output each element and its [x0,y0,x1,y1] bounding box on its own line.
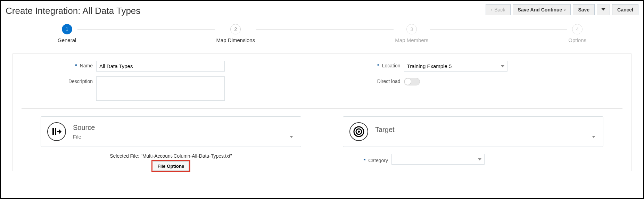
bullseye-icon [353,126,365,138]
required-icon: * [377,63,379,68]
selected-file-text: Selected File: "Multi-Account-Column-All… [41,153,301,159]
name-input[interactable] [96,61,225,72]
back-label: Back [494,7,505,13]
category-label-text: Category [368,158,388,163]
caret-down-icon [601,7,605,11]
step-circle: 3 [406,24,417,34]
chevron-right-icon: › [564,7,565,12]
svg-marker-0 [601,8,605,10]
category-dropdown-button[interactable] [475,154,485,165]
step-line [430,29,567,30]
name-label-text: Name [80,63,93,68]
panels-row: Source File Target [13,116,631,147]
step-circle: 4 [572,24,583,34]
location-field: * Location [331,61,618,72]
cancel-button[interactable]: Cancel [612,4,638,15]
source-below: Selected File: "Multi-Account-Column-All… [41,150,301,171]
caret-down-icon [592,136,595,138]
target-body: Target [375,126,597,138]
category-combo [391,154,485,165]
source-body: Source File [73,124,295,140]
source-panel: Source File [41,116,301,147]
form-col-right: * Location Direct load [331,61,618,101]
direct-load-label: Direct load [331,76,401,84]
location-dropdown-button[interactable] [498,61,507,72]
back-button[interactable]: ‹ Back [486,4,510,15]
source-value: File [73,134,81,140]
name-field: * Name [23,61,310,72]
svg-rect-3 [55,128,56,135]
svg-rect-2 [52,128,54,135]
stepper: 1 General 2 Map Dimensions 3 Map Members… [6,24,638,43]
location-combo [404,61,507,72]
save-and-continue-button[interactable]: Save And Continue › [513,4,571,15]
svg-marker-1 [501,65,504,67]
step-map-members: 3 Map Members [395,24,428,43]
category-input[interactable] [391,154,475,165]
selected-file-prefix: Selected File: [110,153,141,159]
step-label: Map Members [395,37,428,43]
target-panel: Target [343,116,603,147]
chevron-left-icon: ‹ [491,7,492,12]
target-select[interactable] [375,136,597,138]
toggle-knob [404,78,411,85]
category-label: * Category [343,156,388,163]
required-icon: * [364,158,365,163]
step-general[interactable]: 1 General [58,24,76,43]
save-dropdown-button[interactable] [597,5,610,15]
below-panels: Selected File: "Multi-Account-Column-All… [13,147,631,171]
target-title: Target [375,126,597,134]
form-wrap: * Name Description * Location [13,53,631,171]
caret-down-icon [501,65,504,68]
selected-file-name: "Multi-Account-Column-All-Data-Types.txt… [141,153,232,159]
location-label: * Location [331,61,401,68]
step-line [256,29,394,30]
category-field: * Category [343,154,603,165]
location-label-text: Location [382,63,401,68]
step-label: General [58,37,76,43]
step-label: Options [568,37,586,43]
description-field: Description [23,76,310,101]
save-button[interactable]: Save [573,4,595,15]
target-below: * Category [343,150,603,171]
step-options: 4 Options [568,24,586,43]
direct-load-field: Direct load [331,76,618,85]
page-title: Create Integration: All Data Types [6,6,140,16]
name-label: * Name [23,61,93,68]
cancel-label: Cancel [617,7,633,13]
divider [22,108,622,109]
step-label: Map Dimensions [216,37,255,43]
caret-down-icon [478,158,481,161]
caret-down-icon [290,136,293,138]
save-and-continue-label: Save And Continue [518,7,562,13]
description-input[interactable] [96,76,225,101]
step-circle: 2 [230,24,241,34]
svg-marker-7 [478,158,481,160]
form-top-row: * Name Description * Location [13,61,631,101]
direct-load-toggle[interactable] [404,78,420,85]
required-icon: * [75,63,77,68]
file-options-button[interactable]: File Options [153,161,189,171]
description-label: Description [23,76,93,84]
topbar: Create Integration: All Data Types ‹ Bac… [6,4,638,16]
location-input[interactable] [404,61,498,72]
step-map-dimensions[interactable]: 2 Map Dimensions [216,24,255,43]
export-icon [51,126,62,137]
target-icon [349,122,368,141]
source-icon [47,122,66,141]
save-label: Save [578,7,589,13]
source-select[interactable]: File [73,134,295,140]
step-circle: 1 [62,24,72,34]
action-bar: ‹ Back Save And Continue › Save Cancel [486,4,638,15]
svg-point-6 [358,131,360,133]
form-col-left: * Name Description [23,61,310,101]
page-container: Create Integration: All Data Types ‹ Bac… [0,0,644,199]
source-title: Source [73,124,295,132]
step-line [77,29,215,30]
